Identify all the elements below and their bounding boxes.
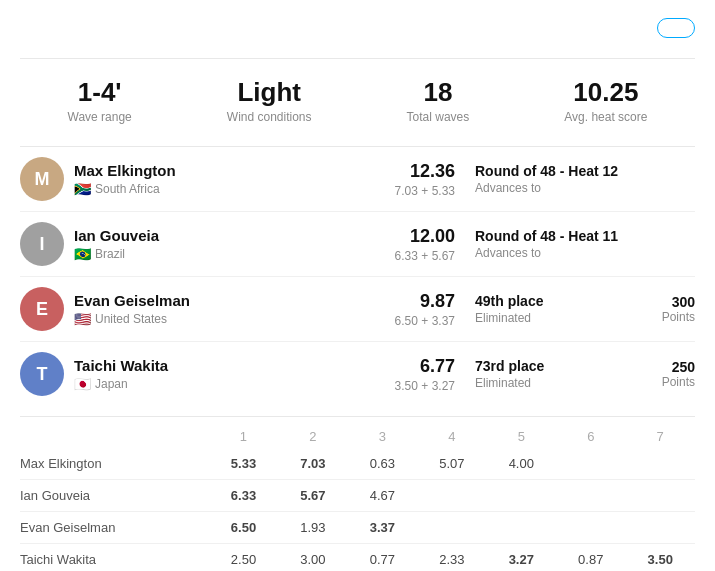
wave-scores-table: 1234567 Max Elkington5.337.030.635.074.0… [20, 425, 695, 571]
result-heat: 49th place [475, 293, 635, 309]
wave-score-cell: 3.37 [348, 512, 417, 544]
athlete-name: Taichi Wakita [74, 357, 395, 374]
stats-row: 1-4' Wave range Light Wind conditions 18… [20, 77, 695, 124]
athlete-total-score: 12.00 [395, 226, 455, 247]
country-name: Japan [95, 377, 128, 391]
header-divider [20, 58, 695, 59]
result-heat: Round of 48 - Heat 11 [475, 228, 635, 244]
stat-label: Avg. heat score [564, 110, 647, 124]
athlete-avatar: M [20, 157, 64, 201]
stat-label: Total waves [407, 110, 470, 124]
wave-col-header: 6 [556, 425, 625, 448]
wave-score-cell: 0.63 [348, 448, 417, 480]
wave-score-cell [487, 512, 556, 544]
athlete-wave-scores: 6.33 + 5.67 [395, 249, 455, 263]
points-value: 300 [635, 294, 695, 310]
wave-col-header: 2 [278, 425, 347, 448]
wave-score-cell: 0.77 [348, 544, 417, 572]
athlete-total-score: 9.87 [395, 291, 455, 312]
country-flag: 🇧🇷 [74, 246, 91, 262]
wave-score-cell: 0.87 [556, 544, 625, 572]
athlete-name: Max Elkington [74, 162, 395, 179]
watch-replay-button[interactable] [657, 18, 695, 38]
wave-score-cell [556, 512, 625, 544]
athlete-country: 🇧🇷 Brazil [74, 246, 395, 262]
wave-col-header [20, 425, 209, 448]
wave-table-body: Max Elkington5.337.030.635.074.00Ian Gou… [20, 448, 695, 571]
wave-score-cell [487, 480, 556, 512]
athlete-country: 🇯🇵 Japan [74, 376, 395, 392]
country-flag: 🇿🇦 [74, 181, 91, 197]
result-status: Advances to [475, 246, 635, 260]
wave-col-header: 3 [348, 425, 417, 448]
athlete-avatar: I [20, 222, 64, 266]
points-label: Points [635, 310, 695, 324]
athlete-result: 49th place Eliminated [475, 293, 635, 325]
athlete-points: 300 Points [635, 294, 695, 324]
country-flag: 🇺🇸 [74, 311, 91, 327]
athlete-scores: 6.77 3.50 + 3.27 [395, 356, 455, 393]
wave-score-cell: 7.03 [278, 448, 347, 480]
country-name: South Africa [95, 182, 160, 196]
wave-col-header: 1 [209, 425, 278, 448]
wave-table-header: 1234567 [20, 425, 695, 448]
wave-score-cell: 5.67 [278, 480, 347, 512]
athlete-avatar: E [20, 287, 64, 331]
stat-value: 10.25 [564, 77, 647, 108]
athlete-points: 250 Points [635, 359, 695, 389]
wave-table-row: Ian Gouveia6.335.674.67 [20, 480, 695, 512]
page-header [20, 18, 695, 38]
stat-label: Wind conditions [227, 110, 312, 124]
wave-col-header: 5 [487, 425, 556, 448]
athlete-row: M Max Elkington 🇿🇦 South Africa 12.36 7.… [20, 147, 695, 212]
stat-item: Light Wind conditions [227, 77, 312, 124]
athlete-scores: 12.00 6.33 + 5.67 [395, 226, 455, 263]
athlete-row: E Evan Geiselman 🇺🇸 United States 9.87 6… [20, 277, 695, 342]
wave-athlete-name: Taichi Wakita [20, 544, 209, 572]
athlete-name: Ian Gouveia [74, 227, 395, 244]
wave-score-cell [625, 512, 695, 544]
athlete-name: Evan Geiselman [74, 292, 395, 309]
points-value: 250 [635, 359, 695, 375]
wave-col-header: 4 [417, 425, 486, 448]
wave-score-cell: 4.00 [487, 448, 556, 480]
wave-score-cell: 5.07 [417, 448, 486, 480]
country-name: Brazil [95, 247, 125, 261]
wave-score-cell: 4.67 [348, 480, 417, 512]
athlete-result: 73rd place Eliminated [475, 358, 635, 390]
wave-score-cell [625, 448, 695, 480]
athlete-info: Max Elkington 🇿🇦 South Africa [74, 162, 395, 197]
wave-score-cell: 2.50 [209, 544, 278, 572]
wave-score-cell: 5.33 [209, 448, 278, 480]
wave-table-row: Max Elkington5.337.030.635.074.00 [20, 448, 695, 480]
stat-value: Light [227, 77, 312, 108]
athlete-total-score: 12.36 [395, 161, 455, 182]
stat-value: 1-4' [68, 77, 132, 108]
athlete-scores: 12.36 7.03 + 5.33 [395, 161, 455, 198]
result-status: Advances to [475, 181, 635, 195]
wave-score-cell: 1.93 [278, 512, 347, 544]
stat-item: 18 Total waves [407, 77, 470, 124]
result-status: Eliminated [475, 376, 635, 390]
wave-score-cell: 6.33 [209, 480, 278, 512]
wave-table-row: Evan Geiselman6.501.933.37 [20, 512, 695, 544]
athlete-row: T Taichi Wakita 🇯🇵 Japan 6.77 3.50 + 3.2… [20, 342, 695, 406]
wave-table-section: 1234567 Max Elkington5.337.030.635.074.0… [20, 416, 695, 571]
stat-value: 18 [407, 77, 470, 108]
wave-table-row: Taichi Wakita2.503.000.772.333.270.873.5… [20, 544, 695, 572]
wave-score-cell: 3.50 [625, 544, 695, 572]
wave-athlete-name: Max Elkington [20, 448, 209, 480]
points-label: Points [635, 375, 695, 389]
athlete-info: Taichi Wakita 🇯🇵 Japan [74, 357, 395, 392]
wave-athlete-name: Evan Geiselman [20, 512, 209, 544]
wave-score-cell [556, 448, 625, 480]
athlete-avatar: T [20, 352, 64, 396]
wave-header-row: 1234567 [20, 425, 695, 448]
result-status: Eliminated [475, 311, 635, 325]
wave-athlete-name: Ian Gouveia [20, 480, 209, 512]
stat-item: 1-4' Wave range [68, 77, 132, 124]
wave-score-cell: 3.27 [487, 544, 556, 572]
stat-item: 10.25 Avg. heat score [564, 77, 647, 124]
result-heat: 73rd place [475, 358, 635, 374]
wave-score-cell [625, 480, 695, 512]
